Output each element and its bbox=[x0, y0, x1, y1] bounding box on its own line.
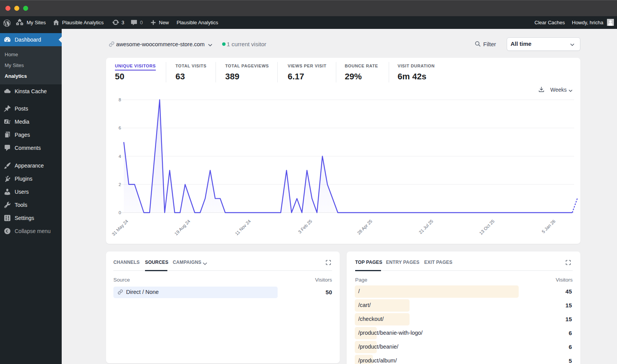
svg-text:21 Jul 25: 21 Jul 25 bbox=[418, 219, 434, 235]
svg-text:0: 0 bbox=[119, 210, 121, 215]
svg-text:3 Feb 25: 3 Feb 25 bbox=[297, 219, 313, 235]
svg-text:28 Apr 25: 28 Apr 25 bbox=[356, 219, 373, 235]
svg-text:11 Nov 24: 11 Nov 24 bbox=[234, 219, 251, 236]
svg-text:5 Jan 26: 5 Jan 26 bbox=[541, 219, 556, 234]
svg-text:4: 4 bbox=[119, 154, 121, 159]
svg-text:19 Aug 24: 19 Aug 24 bbox=[174, 219, 191, 237]
svg-text:13 Oct 25: 13 Oct 25 bbox=[479, 219, 496, 236]
svg-text:6: 6 bbox=[119, 126, 121, 130]
svg-text:8: 8 bbox=[119, 97, 121, 102]
svg-text:31 May 24: 31 May 24 bbox=[111, 219, 129, 237]
svg-text:2: 2 bbox=[119, 182, 121, 187]
